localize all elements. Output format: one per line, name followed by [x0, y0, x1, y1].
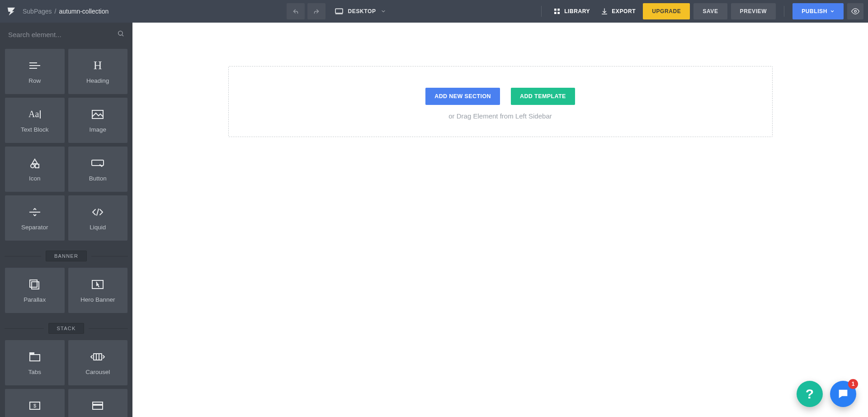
help-icon: ?	[806, 386, 814, 402]
element-accordion[interactable]: Accordion	[68, 389, 128, 417]
svg-point-8	[118, 31, 123, 35]
carousel-icon	[90, 351, 105, 363]
section-header-stack: STACK	[0, 323, 132, 334]
tile-label: Tabs	[28, 369, 41, 375]
search-icon[interactable]	[117, 30, 124, 39]
element-text-block[interactable]: Aa Text Block	[5, 98, 65, 143]
publish-button[interactable]: PUBLISH	[793, 3, 844, 19]
breadcrumb-parent[interactable]: SubPages	[23, 8, 52, 15]
parallax-icon	[29, 278, 41, 291]
tabs-icon	[28, 351, 41, 363]
divider	[541, 6, 542, 17]
element-separator[interactable]: Separator	[5, 195, 65, 241]
device-label: DESKTOP	[348, 8, 376, 14]
topbar-center: DESKTOP	[136, 3, 537, 19]
help-bubble[interactable]: ?	[797, 381, 823, 407]
element-carousel[interactable]: Carousel	[68, 340, 128, 385]
element-heading[interactable]: H Heading	[68, 49, 128, 94]
svg-rect-21	[30, 280, 37, 287]
view-live-button[interactable]	[847, 3, 863, 19]
empty-dropzone[interactable]: ADD NEW SECTION ADD TEMPLATE or Drag Ele…	[228, 66, 773, 137]
tile-label: Row	[28, 77, 41, 84]
button-icon	[91, 157, 104, 170]
element-row[interactable]: Row	[5, 49, 65, 94]
svg-line-19	[97, 209, 99, 215]
topbar-left: SubPages / autumn-collection	[0, 6, 136, 16]
element-pricing[interactable]: $ Pricing	[5, 389, 65, 417]
section-header-banner: BANNER	[0, 251, 132, 261]
banner-elements: Parallax Hero Banner	[0, 265, 132, 316]
chat-badge: 1	[848, 379, 858, 389]
svg-rect-32	[93, 405, 103, 409]
tile-label: Icon	[29, 175, 41, 182]
upgrade-button[interactable]: UPGRADE	[643, 3, 690, 19]
tile-label: Carousel	[85, 369, 110, 375]
hero-icon	[91, 278, 104, 291]
divider	[784, 6, 784, 17]
heading-icon: H	[94, 59, 102, 72]
svg-rect-3	[557, 9, 560, 11]
add-section-button[interactable]: ADD NEW SECTION	[425, 88, 500, 105]
element-hero-banner[interactable]: Hero Banner	[68, 268, 128, 313]
breadcrumb-page[interactable]: autumn-collection	[59, 8, 109, 15]
canvas-area: ADD NEW SECTION ADD TEMPLATE or Drag Ele…	[132, 23, 868, 417]
redo-button[interactable]	[307, 3, 326, 19]
svg-rect-0	[335, 9, 343, 13]
undo-icon	[292, 7, 300, 15]
element-parallax[interactable]: Parallax	[5, 268, 65, 313]
tile-label: Separator	[21, 224, 48, 231]
element-button[interactable]: Button	[68, 147, 128, 192]
tile-label: Text Block	[21, 126, 49, 133]
tile-label: Button	[89, 175, 107, 182]
breadcrumb-separator: /	[55, 8, 57, 15]
image-icon	[91, 108, 104, 121]
svg-rect-20	[32, 282, 39, 289]
svg-marker-14	[32, 159, 38, 164]
breadcrumb: SubPages / autumn-collection	[23, 8, 108, 15]
svg-text:$: $	[33, 403, 36, 408]
redo-icon	[312, 7, 321, 15]
export-button[interactable]: EXPORT	[597, 3, 639, 19]
stack-elements: Tabs Carousel $ Pricing Accordion	[0, 337, 132, 417]
library-label: LIBRARY	[564, 8, 590, 14]
chat-bubble[interactable]: 1	[830, 381, 856, 407]
dropzone-hint: or Drag Element from Left Sidebar	[448, 112, 552, 120]
topbar-right: LIBRARY EXPORT UPGRADE SAVE PREVIEW PUBL…	[537, 3, 868, 19]
device-select[interactable]: DESKTOP	[335, 8, 386, 15]
search-row	[0, 23, 132, 46]
dropzone-actions: ADD NEW SECTION ADD TEMPLATE	[425, 88, 575, 105]
add-template-button[interactable]: ADD TEMPLATE	[511, 88, 575, 105]
element-liquid[interactable]: Liquid	[68, 195, 128, 241]
elements-sidebar: Row H Heading Aa Text Block Image Icon B…	[0, 23, 132, 417]
export-label: EXPORT	[612, 8, 636, 14]
chevron-down-icon	[830, 9, 835, 14]
svg-rect-26	[94, 354, 102, 360]
tile-label: Image	[89, 126, 106, 133]
top-bar: SubPages / autumn-collection DESKTOP LIB…	[0, 0, 868, 23]
svg-rect-25	[30, 353, 34, 355]
tile-label: Liquid	[90, 224, 106, 231]
svg-rect-31	[93, 402, 103, 404]
eye-icon	[851, 7, 859, 15]
svg-rect-4	[554, 12, 557, 14]
pricing-icon: $	[28, 399, 41, 412]
tile-label: Parallax	[24, 296, 46, 303]
code-icon	[91, 206, 104, 218]
chevron-down-icon	[381, 9, 386, 14]
save-button[interactable]: SAVE	[693, 3, 727, 19]
section-title: STACK	[48, 323, 85, 334]
svg-point-15	[31, 164, 34, 168]
element-tabs[interactable]: Tabs	[5, 340, 65, 385]
tile-label: Heading	[86, 77, 109, 84]
search-input[interactable]	[8, 31, 117, 38]
preview-button[interactable]: PREVIEW	[731, 3, 776, 19]
download-icon	[601, 8, 608, 15]
section-title: BANNER	[46, 251, 87, 261]
element-image[interactable]: Image	[68, 98, 128, 143]
undo-button[interactable]	[287, 3, 305, 19]
element-icon[interactable]: Icon	[5, 147, 65, 192]
library-button[interactable]: LIBRARY	[550, 3, 594, 19]
app-logo-icon[interactable]	[6, 6, 16, 16]
svg-rect-17	[92, 160, 104, 166]
chat-icon	[837, 388, 849, 400]
